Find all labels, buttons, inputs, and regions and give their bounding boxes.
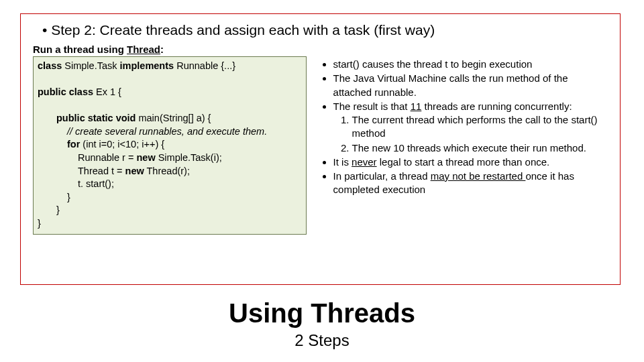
bullet-4: It is never legal to start a thread more… (333, 156, 608, 169)
run-heading: Run a thread using Thread: (33, 44, 608, 55)
right-column: start() causes the thread t to begin exe… (319, 56, 608, 235)
step-title: • Step 2: Create threads and assign each… (42, 22, 608, 38)
ordered-list: The current thread which performs the ca… (333, 113, 608, 155)
sub-heading: 2 Steps (0, 331, 644, 350)
code-block: class Simple.Task implements Runnable {.… (33, 56, 307, 235)
bullet-1: start() causes the thread t to begin exe… (333, 58, 608, 71)
bullet-2: The Java Virtual Machine calls the run m… (333, 72, 608, 99)
left-column: class Simple.Task implements Runnable {.… (33, 56, 307, 235)
num-1: The current thread which performs the ca… (352, 113, 608, 141)
code-comment: // create several runnables, and execute… (67, 125, 302, 139)
bullet-3: The result is that 11 threads are runnin… (333, 100, 608, 155)
bullet-5: In particular, a thread may not be resta… (333, 170, 608, 197)
content-frame: • Step 2: Create threads and assign each… (20, 13, 621, 285)
bullet-list: start() causes the thread t to begin exe… (321, 58, 608, 197)
num-2: The new 10 threads which execute their r… (352, 141, 608, 155)
two-columns: class Simple.Task implements Runnable {.… (33, 56, 608, 235)
main-heading: Using Threads (0, 298, 644, 328)
step-text: Step 2: Create threads and assign each w… (51, 22, 435, 38)
